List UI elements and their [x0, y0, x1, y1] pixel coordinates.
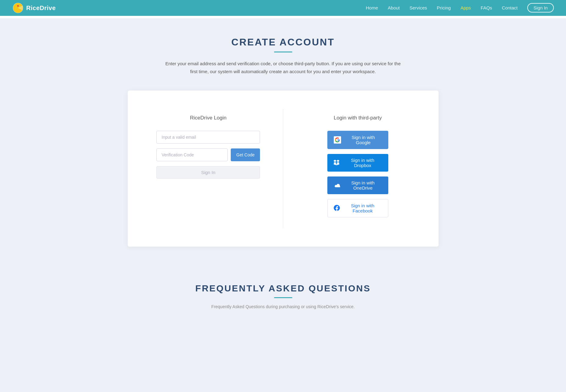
google-signin-button[interactable]: Sign in with Google	[327, 131, 388, 149]
google-signin-label: Sign in with Google	[345, 135, 382, 145]
nav-faqs[interactable]: FAQs	[481, 5, 492, 11]
faq-underline	[274, 297, 292, 298]
dropbox-icon	[333, 160, 340, 166]
google-icon	[334, 136, 341, 144]
nav-home[interactable]: Home	[366, 5, 378, 11]
facebook-signin-button[interactable]: Sign in with Facebook	[327, 199, 388, 217]
onedrive-icon	[333, 183, 340, 188]
dropbox-signin-button[interactable]: Sign in with Dropbox	[327, 154, 388, 172]
page-title: CREATE ACCOUNT	[6, 37, 560, 48]
faq-subtitle: Frequently Asked Questions during purcha…	[6, 304, 560, 309]
nav-contact[interactable]: Contact	[502, 5, 518, 11]
third-party-title: Login with third-party	[334, 115, 382, 121]
nav-links: Home About Services Pricing Apps FAQs Co…	[366, 5, 554, 11]
third-party-panel: Login with third-party Sign in with Goog…	[283, 109, 426, 228]
email-input[interactable]	[156, 131, 260, 144]
facebook-icon	[334, 205, 340, 212]
logo-text: RiceDrive	[26, 5, 56, 12]
logo[interactable]: RiceDrive	[12, 2, 56, 14]
nav-about[interactable]: About	[388, 5, 400, 11]
main-content: CREATE ACCOUNT Enter your email address …	[0, 18, 566, 265]
code-row: Get Code	[156, 148, 260, 161]
logo-icon	[12, 2, 24, 14]
nav-services[interactable]: Services	[409, 5, 427, 11]
faq-title: FREQUENTLY ASKED QUESTIONS	[6, 283, 560, 294]
nav-pricing[interactable]: Pricing	[437, 5, 451, 11]
faq-section: FREQUENTLY ASKED QUESTIONS Frequently As…	[0, 265, 566, 321]
login-form-title: RiceDrive Login	[190, 115, 226, 121]
email-group	[156, 131, 260, 144]
onedrive-signin-label: Sign in with OneDrive	[344, 180, 382, 191]
get-code-button[interactable]: Get Code	[231, 148, 260, 161]
facebook-signin-label: Sign in with Facebook	[344, 203, 382, 213]
navbar: RiceDrive Home About Services Pricing Ap…	[0, 0, 566, 16]
onedrive-signin-button[interactable]: Sign in with OneDrive	[327, 176, 388, 194]
nav-signin-button[interactable]: Sign In	[527, 3, 554, 12]
svg-point-1	[17, 5, 19, 7]
login-card: RiceDrive Login Get Code Sign In Login w…	[128, 91, 439, 247]
verification-code-input[interactable]	[156, 148, 228, 161]
header-stripe	[0, 16, 566, 18]
page-subtitle: Enter your email address and send verifi…	[164, 60, 402, 75]
google-logo	[335, 137, 340, 142]
nav-apps[interactable]: Apps	[461, 5, 471, 11]
signin-button[interactable]: Sign In	[156, 166, 260, 179]
nav-signin-item[interactable]: Sign In	[527, 5, 554, 11]
login-form-panel: RiceDrive Login Get Code Sign In	[140, 109, 283, 228]
title-underline	[274, 52, 292, 52]
dropbox-signin-label: Sign in with Dropbox	[343, 158, 382, 168]
